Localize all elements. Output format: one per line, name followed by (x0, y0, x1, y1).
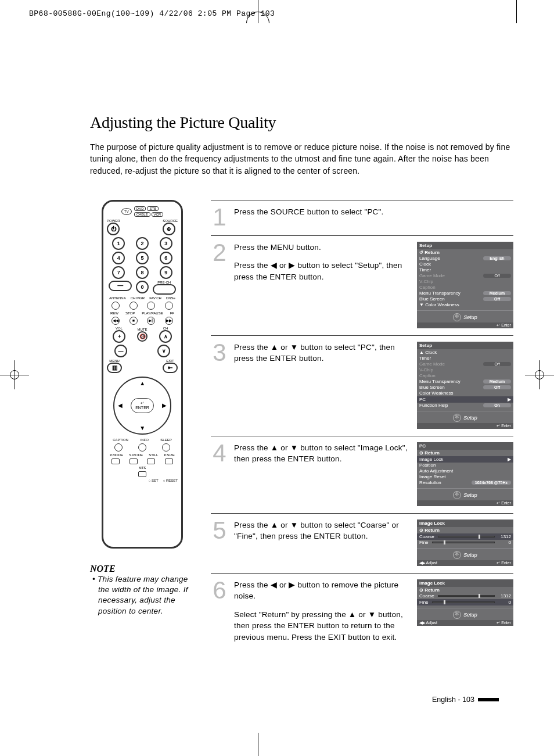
step-number: 6 (211, 579, 228, 601)
remote-mts (138, 471, 146, 477)
intro-paragraph: The purpose of picture quality adjustmen… (90, 141, 513, 177)
chevron-right-icon: ▶ (508, 397, 511, 402)
remote-digit-4: 4 (112, 252, 125, 264)
vol-up-icon: ＋ (113, 330, 125, 343)
down-arrow-icon: ▼ (139, 425, 145, 431)
osd-footer: Setup (417, 488, 513, 500)
osd-row: ⊙ Return (419, 587, 511, 593)
step-number: 2 (211, 242, 228, 264)
osd-row: ⊙ Return (419, 450, 511, 456)
osd-row: Blue ScreenOff (419, 296, 511, 302)
remote-antenna (111, 302, 120, 310)
remote-chmgr (129, 302, 138, 310)
osd-row: Blue ScreenOff (419, 385, 511, 390)
remote-set-label: ○ SET (149, 479, 159, 482)
ch-down-icon: ∨ (157, 345, 170, 357)
osd-row: ▲ Clock (419, 350, 511, 356)
note-heading: NOTE (90, 564, 195, 574)
step-number: 5 (211, 519, 228, 542)
osd-row: Game ModeOff (419, 361, 511, 367)
osd-footer: Setup (417, 608, 513, 620)
osd-row: Menu TransparencyMedium (419, 291, 511, 296)
steps-list: 1Press the SOURCE button to select "PC".… (211, 200, 513, 650)
osd-hint: ◀▶ Adjust↵ Enter (417, 560, 513, 566)
page-title: Adjusting the Picture Quality (90, 113, 513, 132)
remote-ff-label: FF (170, 311, 174, 315)
up-arrow-icon: ▲ (139, 380, 145, 386)
osd-row: V-Chip (419, 279, 511, 285)
remote-exit-label: EXIT (163, 359, 178, 363)
remote-smode (129, 458, 138, 464)
remote-psize-label: P.SIZE (164, 453, 175, 457)
remote-antenna-label: ANTENNA (109, 296, 126, 300)
remote-prech (153, 284, 176, 295)
remote-digit-8: 8 (136, 266, 149, 279)
remote-vcr: VCR (152, 212, 164, 217)
remote-rew-label: REW (110, 311, 118, 315)
left-arrow-icon: ◀ (118, 402, 123, 409)
remote-dpad: ▲ ◀ ▶ ▼ ↵ENTER (113, 377, 171, 435)
osd-row: Position (419, 463, 511, 468)
osd-title: Image Lock (417, 519, 513, 527)
vol-down-icon: — (114, 345, 127, 357)
remote-tv-button: TV (121, 208, 132, 215)
osd-row: Auto Adjustment (419, 468, 511, 474)
page-number: English - 103 (432, 696, 499, 704)
enter-button: ↵ENTER (131, 398, 154, 413)
osd-row: Clock (419, 261, 511, 267)
source-icon: ⊕ (163, 223, 175, 235)
remote-digit-9: 9 (160, 266, 172, 279)
step: 5Press the ▲ or ▼ button to select "Coar… (211, 513, 513, 573)
remote-sleep-label: SLEEP (160, 438, 171, 442)
osd-row: Coarse1312 (417, 533, 513, 540)
gear-icon (453, 313, 461, 321)
remote-reset-label: ○ RESET (163, 479, 178, 482)
osd-row: Function HelpOn (419, 403, 511, 409)
remote-digit-3: 3 (160, 237, 172, 250)
osd-row: Coarse1312 (419, 593, 511, 599)
remote-sleep (162, 443, 170, 452)
step-text: Press the ◀ or ▶ button to remove the pi… (234, 579, 411, 643)
remote-caption (114, 443, 123, 452)
registration-mark (0, 360, 29, 389)
remote-power-label: POWER (107, 219, 120, 223)
step-text: Press the MENU button.Press the ◀ or ▶ b… (234, 242, 411, 283)
note-body: • This feature may change the width of t… (98, 574, 195, 617)
gear-icon (453, 551, 461, 559)
osd-row: Menu TransparencyMedium (419, 379, 511, 385)
osd-title: Setup (417, 342, 513, 349)
remote-still-label: STILL (149, 453, 158, 457)
ch-up-icon: ∧ (159, 330, 172, 343)
remote-digit-5: 5 (136, 252, 149, 264)
osd-row: ↺ Return (419, 250, 511, 256)
menu-icon: ▥ (107, 363, 122, 373)
play-pause-icon: ▶ǁ (147, 317, 155, 325)
step: 1Press the SOURCE button to select "PC". (211, 200, 513, 235)
osd-footer: Setup (417, 548, 513, 560)
osd-hint: ↵ Enter (417, 500, 513, 506)
remote-info-label: INFO (140, 438, 148, 442)
remote-menu-label: MENU (107, 359, 122, 363)
remote-control-illustration: TV DVDSTB CABLEVCR POWER⏻SOURCE⊕ 123 456… (102, 200, 183, 549)
mute-icon: 🔇 (137, 331, 148, 342)
osd-row: Fine0 (417, 599, 513, 605)
osd-row: PC▶ (417, 396, 513, 403)
gear-icon (453, 414, 461, 422)
gear-icon (453, 491, 461, 499)
osd-row: Timer (419, 356, 511, 361)
power-icon: ⏻ (107, 223, 120, 235)
osd-row: Caption (419, 373, 511, 379)
remote-digit-2: 2 (136, 237, 149, 250)
remote-favch-label: FAV.CH (149, 296, 161, 300)
remote-mts-label: MTS (139, 466, 146, 470)
osd-row: ▼ Color Weakness (419, 302, 511, 308)
osd-row: ⊙ Return (419, 528, 511, 533)
remote-favch (147, 302, 155, 310)
osd-title: Image Lock (417, 579, 513, 587)
osd-row: LanguageEnglish (419, 256, 511, 261)
stop-icon: ■ (129, 317, 138, 325)
remote-source-label: SOURCE (163, 219, 178, 223)
remote-cable: CABLE (134, 212, 150, 217)
chevron-right-icon: ▶ (508, 457, 511, 462)
osd-row: Game ModeOff (419, 273, 511, 279)
